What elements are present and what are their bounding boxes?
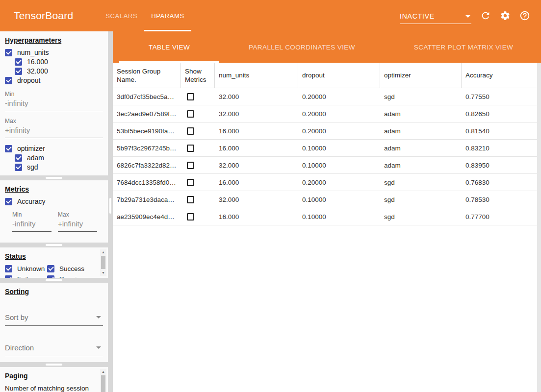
accuracy-cell: 0.76830 xyxy=(462,179,541,186)
scrollbar-thumb[interactable] xyxy=(101,256,105,269)
hparam-value-32[interactable]: 32.000 xyxy=(15,67,103,75)
hparam-min-input[interactable] xyxy=(5,98,103,111)
show-metrics-cell xyxy=(181,93,215,100)
resize-handle[interactable] xyxy=(46,244,62,246)
show-metrics-checkbox[interactable] xyxy=(187,213,194,220)
scrollbar[interactable] xyxy=(100,249,106,276)
panel-resizer[interactable] xyxy=(0,175,108,180)
tab-table-view[interactable]: TABLE VIEW xyxy=(119,31,219,63)
panel-resizer[interactable] xyxy=(0,278,108,283)
hparam-value-16[interactable]: 16.000 xyxy=(15,58,103,66)
optimizer-cell: sgd xyxy=(380,179,462,186)
resize-handle[interactable] xyxy=(46,364,62,366)
column-header-optimizer[interactable]: optimizer xyxy=(380,63,462,88)
column-header-dropout[interactable]: dropout xyxy=(298,63,380,88)
table-scrollbar-track[interactable] xyxy=(537,63,541,392)
sorting-heading: Sorting xyxy=(5,288,103,295)
scroll-down-icon[interactable] xyxy=(100,270,106,276)
session-group-name-cell[interactable]: 7684dcc13358fd0… xyxy=(113,179,181,186)
show-metrics-checkbox[interactable] xyxy=(187,162,194,169)
show-metrics-cell xyxy=(181,162,215,169)
session-group-name-cell[interactable]: ae235909ec4e4d… xyxy=(113,213,181,220)
resize-handle[interactable] xyxy=(109,198,111,214)
sidebar-resizer[interactable] xyxy=(108,31,113,392)
checkbox-label: optimizer xyxy=(17,145,45,152)
refresh-icon[interactable] xyxy=(480,10,491,21)
checkbox-label: sgd xyxy=(27,163,38,171)
checkbox-checked-icon[interactable] xyxy=(15,164,22,171)
session-group-name-cell[interactable]: 3df0d7cf35bec5a… xyxy=(113,93,181,100)
tab-scatter-plot-matrix-view[interactable]: SCATTER PLOT MATRIX VIEW xyxy=(385,31,541,63)
hparam-num-units[interactable]: num_units xyxy=(5,49,103,56)
checkbox-label: Success xyxy=(59,265,84,272)
resize-handle[interactable] xyxy=(46,177,62,179)
tab-scalars[interactable]: SCALARS xyxy=(99,0,144,31)
column-header-show-metrics[interactable]: Show Metrics xyxy=(181,63,215,88)
scrollbar[interactable] xyxy=(100,369,106,392)
num-units-cell: 16.000 xyxy=(215,213,298,220)
hparam-value-adam[interactable]: adam xyxy=(15,154,103,162)
table-row: 5b97f3c2967245b… 16.000 0.10000 adam 0.8… xyxy=(113,140,541,157)
tab-parallel-coordinates-view[interactable]: PARALLEL COORDINATES VIEW xyxy=(219,31,385,63)
status-unknown[interactable]: Unknown xyxy=(5,265,47,272)
resize-handle[interactable] xyxy=(46,279,62,281)
scrollbar-thumb[interactable] xyxy=(101,375,105,392)
checkbox-checked-icon[interactable] xyxy=(5,77,12,84)
run-status-select[interactable]: INACTIVE xyxy=(400,12,471,24)
hparam-dropout[interactable]: dropout xyxy=(5,76,103,84)
checkbox-checked-icon[interactable] xyxy=(5,49,12,56)
show-metrics-checkbox[interactable] xyxy=(187,93,194,100)
metric-max-input[interactable] xyxy=(58,219,97,232)
checkbox-checked-icon[interactable] xyxy=(15,154,22,162)
optimizer-cell: adam xyxy=(380,127,462,135)
checkbox-checked-icon[interactable] xyxy=(5,265,12,272)
num-units-cell: 32.000 xyxy=(215,93,298,100)
checkbox-checked-icon[interactable] xyxy=(15,68,22,75)
metric-accuracy[interactable]: Accuracy xyxy=(5,197,103,205)
show-metrics-checkbox[interactable] xyxy=(187,196,194,203)
hparam-max-input[interactable] xyxy=(5,125,103,138)
hparam-value-sgd[interactable]: sgd xyxy=(15,163,103,171)
table-row: 3ec2aed9e07589f… 32.000 0.20000 adam 0.8… xyxy=(113,105,541,122)
column-header-accuracy[interactable]: Accuracy xyxy=(462,63,541,88)
dropout-cell: 0.20000 xyxy=(298,93,380,100)
checkbox-checked-icon[interactable] xyxy=(5,198,12,205)
sort-by-select[interactable]: Sort by xyxy=(5,313,103,326)
session-group-name-cell[interactable]: 5b97f3c2967245b… xyxy=(113,145,181,152)
accuracy-cell: 0.81540 xyxy=(462,127,541,135)
show-metrics-cell xyxy=(181,127,215,135)
session-group-name-cell[interactable]: 53bf5bece9190fa… xyxy=(113,127,181,135)
hparam-optimizer[interactable]: optimizer xyxy=(5,145,103,152)
column-header-num-units[interactable]: num_units xyxy=(215,63,298,88)
session-group-name-cell[interactable]: 6826c7fa3322d82… xyxy=(113,162,181,169)
scroll-up-icon[interactable] xyxy=(100,369,106,375)
accuracy-cell: 0.78530 xyxy=(462,196,541,203)
settings-icon[interactable] xyxy=(500,10,511,21)
scroll-up-icon[interactable] xyxy=(100,249,106,255)
show-metrics-checkbox[interactable] xyxy=(187,110,194,118)
sorting-panel: Sorting Sort by Direction xyxy=(0,283,108,362)
panel-resizer[interactable] xyxy=(0,243,108,247)
panel-resizer[interactable] xyxy=(0,362,108,367)
table-row: 6826c7fa3322d82… 32.000 0.10000 adam 0.8… xyxy=(113,157,541,174)
checkbox-checked-icon[interactable] xyxy=(15,58,22,66)
accuracy-cell: 0.82650 xyxy=(462,110,541,118)
checkbox-checked-icon[interactable] xyxy=(47,265,54,272)
direction-value: Direction xyxy=(5,343,34,352)
direction-select[interactable]: Direction xyxy=(5,343,103,356)
status-panel: Status Unknown Success Failure Running xyxy=(0,247,108,278)
checkbox-checked-icon[interactable] xyxy=(5,145,12,152)
checkbox-label: 32.000 xyxy=(27,67,48,75)
status-success[interactable]: Success xyxy=(47,265,92,272)
tab-hparams[interactable]: HPARAMS xyxy=(144,0,191,31)
show-metrics-checkbox[interactable] xyxy=(187,127,194,135)
session-group-name-cell[interactable]: 3ec2aed9e07589f… xyxy=(113,110,181,118)
help-icon[interactable] xyxy=(519,10,530,21)
table-row: 53bf5bece9190fa… 16.000 0.20000 adam 0.8… xyxy=(113,122,541,140)
show-metrics-checkbox[interactable] xyxy=(187,179,194,186)
min-label: Min xyxy=(12,211,52,218)
show-metrics-checkbox[interactable] xyxy=(187,145,194,152)
session-group-name-cell[interactable]: 7b29a731e3daca… xyxy=(113,196,181,203)
column-header-session-group-name[interactable]: Session Group Name. xyxy=(113,63,181,88)
metric-min-input[interactable] xyxy=(12,219,52,232)
